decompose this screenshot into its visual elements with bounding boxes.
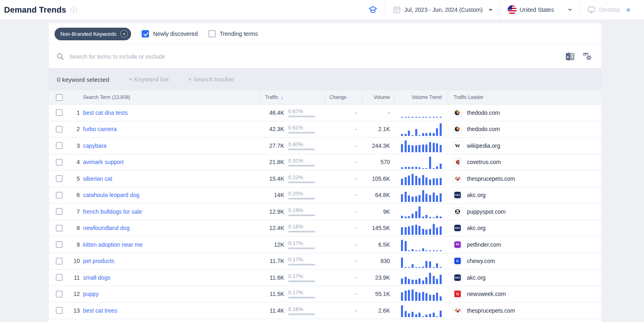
keyword-link[interactable]: catahoula leopard dog [83, 192, 140, 198]
keyword-link[interactable]: best cat dna tests [83, 110, 128, 116]
row-checkbox[interactable] [56, 175, 63, 182]
leader-domain-link[interactable]: wikipedia.org [467, 142, 500, 149]
row-checkbox[interactable] [56, 109, 63, 116]
volume-value: 2.1K [362, 126, 394, 132]
row-checkbox[interactable] [56, 258, 63, 265]
search-input[interactable] [69, 53, 565, 60]
keyword-link[interactable]: capybara [83, 142, 107, 149]
newly-discovered-label: Newly discovered [153, 31, 198, 37]
device-selector[interactable]: Desktop [579, 0, 644, 20]
remove-filter-icon[interactable]: ✕ [120, 30, 128, 37]
row-checkbox[interactable] [56, 274, 63, 281]
leader-domain-link[interactable]: petfinder.com [467, 241, 501, 248]
row-checkbox[interactable] [56, 291, 63, 298]
keyword-link[interactable]: siberian cat [83, 175, 112, 182]
change-value: - [325, 225, 362, 231]
keyword-link[interactable]: small dogs [83, 274, 110, 281]
volume-column-header[interactable]: Volume [362, 90, 394, 104]
traffic-leader-column-header[interactable]: Traffic Leader [447, 90, 601, 104]
excel-export-icon[interactable]: x [565, 52, 575, 61]
volume-trend-cell [394, 188, 447, 202]
leader-domain-link[interactable]: thedodo.com [467, 126, 500, 132]
row-checkbox[interactable] [56, 208, 63, 215]
leader-domain-link[interactable]: thesprucepets.com [467, 175, 515, 182]
keyword-table-body: 1 best cat dna tests 46.4K 0.67% - - the… [49, 105, 601, 319]
trending-terms-checkbox-group[interactable]: Trending terms [208, 30, 258, 37]
row-checkbox[interactable] [56, 307, 63, 314]
search-bar: x [49, 45, 601, 68]
change-value: - [325, 208, 362, 215]
row-checkbox[interactable] [56, 225, 63, 232]
trending-terms-checkbox[interactable] [208, 30, 216, 37]
traffic-column-header[interactable]: Traffic ↓ [261, 90, 325, 104]
keyword-link[interactable]: best cat trees [83, 307, 117, 314]
row-checkbox[interactable] [56, 241, 63, 248]
keyword-link[interactable]: puppy [83, 291, 99, 297]
leader-domain-link[interactable]: thedodo.com [467, 110, 500, 116]
traffic-share-bar [288, 149, 315, 150]
leader-domain-link[interactable]: puppyspot.com [467, 208, 506, 215]
info-icon[interactable]: i [70, 7, 77, 13]
traffic-share: 0.61% [288, 125, 315, 131]
academy-button[interactable] [361, 0, 385, 20]
filter-chip-non-branded[interactable]: Non-Branded Keywords ✕ [55, 28, 131, 40]
keyword-link[interactable]: french bulldogs for sale [83, 208, 142, 215]
traffic-share-bar [288, 248, 315, 249]
keyword-list-button[interactable]: + Keyword list [129, 76, 169, 83]
date-range-picker[interactable]: Jul, 2023 - Jun, 2024 (Custom) [385, 0, 499, 20]
leader-domain-link[interactable]: newsweek.com [467, 291, 506, 297]
table-row: 7 french bulldogs for sale 12.9K 0.19% -… [49, 204, 601, 220]
change-value: - [325, 175, 362, 182]
keyword-link[interactable]: kitten adoption near me [83, 241, 142, 248]
traffic-share: 0.22% [288, 174, 315, 180]
leader-domain-link[interactable]: akc.org [467, 225, 486, 231]
leader-domain-link[interactable]: chewy.com [467, 258, 495, 264]
country-selector[interactable]: United States [500, 0, 579, 20]
leader-domain-link[interactable]: thesprucepets.com [467, 307, 515, 314]
leader-domain-link[interactable]: akc.org [467, 274, 486, 281]
traffic-share: 0.17% [288, 240, 315, 246]
row-checkbox[interactable] [56, 192, 63, 199]
device-status-dot [626, 8, 630, 12]
traffic-cell: 11.7K 0.17% [261, 256, 325, 265]
newly-discovered-checkbox-group[interactable]: Newly discovered [142, 30, 198, 37]
keyword-link[interactable]: furbo camera [83, 126, 116, 132]
row-checkbox[interactable] [56, 159, 63, 166]
newly-discovered-checkbox[interactable] [142, 30, 149, 37]
volume-trend-chart [401, 238, 442, 251]
keyword-link[interactable]: pet products [83, 258, 114, 264]
volume-trend-column-header[interactable]: Volume Trend [394, 90, 447, 104]
page-title: Demand Trends [4, 5, 66, 15]
leader-domain-link[interactable]: akc.org [467, 192, 486, 198]
change-value: - [325, 192, 362, 198]
column-settings-icon[interactable] [583, 52, 593, 61]
volume-value: 64.8K [362, 192, 394, 198]
change-column-header[interactable]: Change [325, 90, 362, 104]
keyword-link[interactable]: avimark support [83, 159, 124, 165]
traffic-leader-cell: puppyspot.com [447, 207, 601, 216]
select-all-checkbox[interactable] [56, 94, 63, 101]
traffic-leader-cell: Pf petfinder.com [447, 240, 601, 249]
sort-desc-icon: ↓ [281, 94, 284, 101]
volume-trend-chart [401, 287, 442, 301]
row-checkbox[interactable] [56, 142, 63, 149]
volume-trend-cell [394, 139, 447, 152]
table-row: 12 puppy 11.5K 0.17% - 55.1K N newsweek.… [49, 286, 601, 303]
row-checkbox[interactable] [56, 126, 63, 133]
table-row: 5 siberian cat 15.4K 0.22% - 105.6K thes… [49, 171, 601, 187]
row-rank: 13 [69, 307, 80, 314]
change-value: - [325, 126, 362, 132]
traffic-cell: 11.6K 0.17% [261, 273, 325, 282]
traffic-cell: 46.4K 0.67% [261, 108, 325, 117]
search-tracker-button[interactable]: + Search tracker [188, 76, 234, 83]
keyword-link[interactable]: newfoundland dog [83, 225, 129, 231]
leader-domain-link[interactable]: covetrus.com [467, 159, 501, 165]
traffic-value: 12.4K [261, 225, 284, 231]
traffic-leader-cell: AKC akc.org [447, 223, 601, 232]
volume-trend-cell [394, 287, 447, 301]
desktop-icon [587, 5, 596, 14]
traffic-value: 46.4K [261, 110, 284, 116]
row-rank: 6 [69, 192, 80, 198]
search-term-column-header[interactable]: Search Term (13,808) [80, 90, 261, 104]
chevron-down-icon [568, 9, 572, 11]
